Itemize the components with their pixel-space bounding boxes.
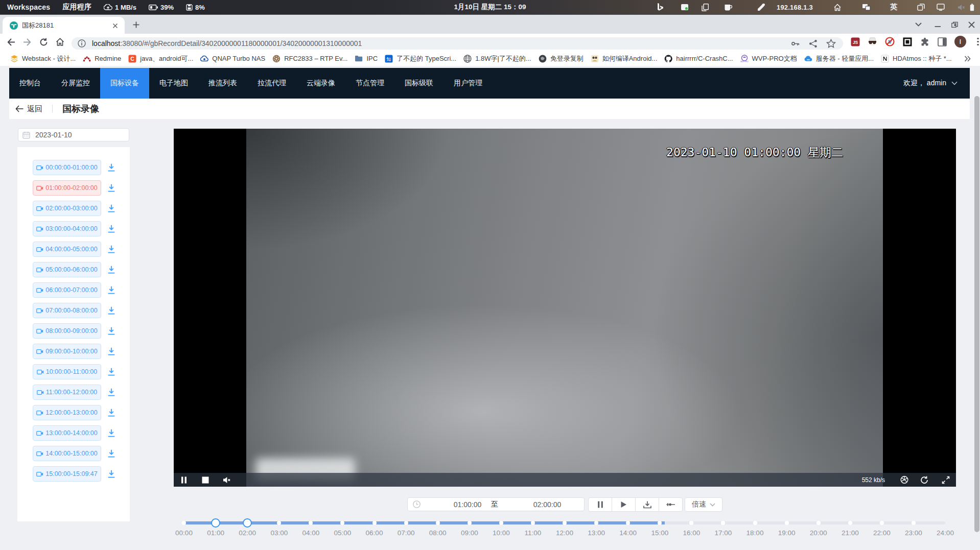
nav-item-2[interactable]: 分屏监控: [51, 68, 100, 99]
segment-download-icon[interactable]: [107, 449, 115, 458]
site-info-icon[interactable]: [78, 39, 86, 47]
nav-item-1[interactable]: 控制台: [9, 68, 51, 99]
side-panel-icon[interactable]: [937, 37, 947, 46]
bookmark-item[interactable]: Webstack - 设计...: [10, 54, 76, 63]
segment-button[interactable]: 15:00:00-15:09:47: [33, 466, 101, 482]
timeline-track[interactable]: [184, 521, 945, 524]
segment-download-icon[interactable]: [107, 388, 115, 396]
time-range-input[interactable]: 01:00:00 至 02:00:00: [407, 497, 585, 511]
caffeine-tray-icon[interactable]: [724, 4, 732, 11]
new-tab-button[interactable]: [129, 17, 143, 32]
segment-button[interactable]: 08:00:00-09:00:00: [33, 323, 101, 339]
bookmark-item[interactable]: RFC2833 – RTP Ev...: [272, 55, 347, 63]
segment-download-icon[interactable]: [107, 184, 115, 192]
window-close-button[interactable]: [968, 21, 975, 28]
segment-download-icon[interactable]: [107, 286, 115, 294]
segment-download-icon[interactable]: [107, 368, 115, 376]
segment-button[interactable]: 12:00:00-13:00:00: [33, 405, 101, 420]
bookmarks-overflow-icon[interactable]: [964, 51, 971, 66]
reload-button[interactable]: [39, 38, 49, 47]
video-player[interactable]: 2023-01-10 01:00:00 星期二 552 kb/s: [174, 129, 956, 487]
segment-button[interactable]: 09:00:00-10:00:00: [33, 344, 101, 359]
timeline-slider[interactable]: 00:0001:0002:0003:0004:0005:0006:0007:00…: [0, 518, 980, 548]
back-link[interactable]: 返回: [15, 104, 42, 114]
bookmark-item[interactable]: IPC: [355, 55, 378, 63]
segment-download-icon[interactable]: [107, 266, 115, 274]
seek-marker-button[interactable]: [659, 497, 683, 512]
timeline-handle-2[interactable]: [243, 518, 252, 528]
bookmark-item[interactable]: QNAP Turbo NAS: [200, 55, 265, 63]
segment-download-icon[interactable]: [107, 204, 115, 212]
segment-button[interactable]: 11:00:00-12:00:00: [33, 385, 101, 400]
nav-item-10[interactable]: 用户管理: [444, 68, 493, 99]
browser-menu-icon[interactable]: [974, 38, 979, 46]
player-pause-button[interactable]: [180, 476, 188, 484]
colorpicker-tray-icon[interactable]: [757, 4, 765, 11]
url-text[interactable]: localhost:38080/#/gbRecordDetail/3402000…: [92, 39, 362, 47]
segment-button[interactable]: 00:00:00-01:00:00: [33, 160, 101, 175]
segment-button[interactable]: 10:00:00-11:00:00: [33, 364, 101, 379]
browser-tab[interactable]: 国标28181: [3, 17, 125, 34]
home-tray-icon[interactable]: [833, 4, 842, 11]
timeline-handle-1[interactable]: [211, 518, 220, 528]
extension-stop-icon[interactable]: [902, 37, 912, 46]
player-fullscreen-button[interactable]: [942, 476, 950, 484]
display-tray-icon[interactable]: [937, 4, 945, 11]
segment-download-icon[interactable]: [107, 409, 115, 417]
window-overlap-icon[interactable]: [917, 4, 925, 11]
volume-muted-tray-icon[interactable]: [958, 4, 965, 11]
segment-download-icon[interactable]: [107, 470, 115, 478]
play-button[interactable]: [612, 497, 636, 512]
bookmark-item[interactable]: hairrrrr/C-CrashC...: [664, 55, 733, 63]
workspace-switcher-icon[interactable]: [862, 4, 871, 11]
bookmark-item[interactable]: 服务器 - 轻量应用...: [804, 54, 874, 63]
bookmark-star-icon[interactable]: [826, 39, 836, 48]
segment-button[interactable]: 07:00:00-08:00:00: [33, 303, 101, 318]
segment-button[interactable]: 13:00:00-14:00:00: [33, 425, 101, 441]
tab-search-chevron-icon[interactable]: [915, 21, 922, 28]
segment-download-icon[interactable]: [107, 327, 115, 335]
share-icon[interactable]: [809, 39, 818, 48]
window-restore-button[interactable]: [951, 21, 958, 28]
password-key-icon[interactable]: [790, 39, 800, 49]
nav-item-3[interactable]: 国标设备: [100, 68, 149, 99]
workspaces-label[interactable]: Workspaces: [7, 3, 50, 11]
screenshot-tray-icon[interactable]: [681, 4, 689, 11]
page-scrollbar[interactable]: [974, 96, 979, 532]
bookmark-item[interactable]: 免登录复制: [539, 54, 584, 63]
pause-button[interactable]: [588, 497, 612, 512]
player-settings-button[interactable]: [900, 476, 908, 484]
extension-blocker-icon[interactable]: [885, 37, 895, 46]
extensions-puzzle-icon[interactable]: [920, 37, 929, 46]
segment-download-icon[interactable]: [107, 306, 115, 315]
nav-item-9[interactable]: 国标级联: [394, 68, 444, 99]
bookmark-item[interactable]: HDAtmos :: 种子 *...: [881, 54, 952, 63]
date-picker-input[interactable]: 2023-01-10: [18, 128, 129, 141]
ime-indicator[interactable]: 英: [890, 3, 897, 12]
player-mute-button[interactable]: [223, 476, 231, 484]
profile-avatar[interactable]: l: [954, 36, 966, 47]
segment-download-icon[interactable]: [107, 163, 115, 172]
forward-button[interactable]: [23, 38, 32, 47]
nav-item-4[interactable]: 电子地图: [149, 68, 198, 99]
bing-tray-icon[interactable]: [657, 3, 664, 11]
home-button[interactable]: [56, 38, 65, 47]
clipboard-tray-icon[interactable]: [702, 4, 709, 11]
segment-download-icon[interactable]: [107, 245, 115, 253]
back-button[interactable]: [7, 38, 16, 47]
segment-download-icon[interactable]: [107, 225, 115, 233]
player-refresh-button[interactable]: [920, 476, 928, 484]
applications-menu[interactable]: 应用程序: [62, 3, 91, 12]
nav-item-6[interactable]: 拉流代理: [247, 68, 296, 99]
segment-button[interactable]: 05:00:00-06:00:00: [33, 262, 101, 277]
extension-useragent-icon[interactable]: [868, 37, 877, 46]
segment-download-icon[interactable]: [107, 347, 115, 355]
nav-item-5[interactable]: 推流列表: [198, 68, 247, 99]
welcome-user-dropdown[interactable]: 欢迎， admin: [903, 68, 970, 99]
nav-item-8[interactable]: 节点管理: [345, 68, 394, 99]
start-time-value[interactable]: 01:00:00: [439, 500, 496, 509]
segment-button[interactable]: 03:00:00-04:00:00: [33, 221, 101, 236]
segment-button[interactable]: 04:00:00-05:00:00: [33, 242, 101, 257]
bookmark-item[interactable]: 知了不起的 TypeScri...: [385, 54, 456, 63]
battery-tray-icon[interactable]: [970, 4, 974, 11]
